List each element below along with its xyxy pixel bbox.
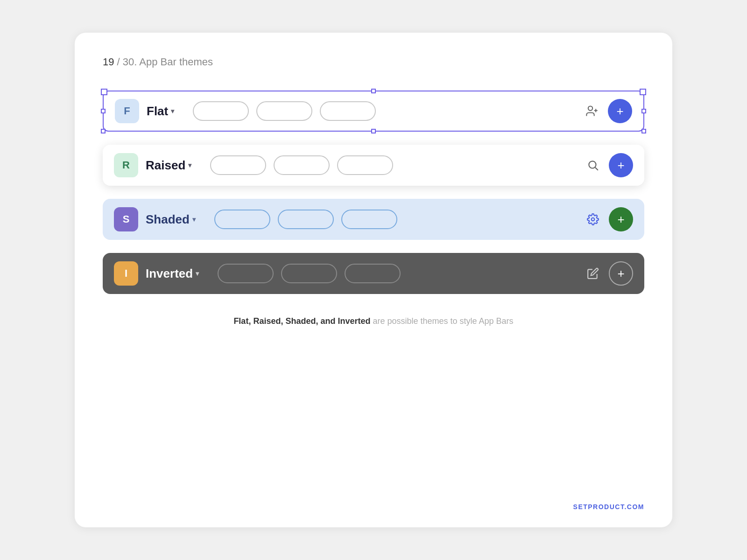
actions-raised: + xyxy=(585,153,633,177)
resize-handle-mt[interactable] xyxy=(371,89,376,93)
nav-pill-raised-3[interactable] xyxy=(337,155,393,175)
dropdown-arrow-raised[interactable]: ▾ xyxy=(188,161,191,169)
svg-point-0 xyxy=(588,106,592,111)
app-bar-raised: R Raised ▾ + xyxy=(103,145,644,186)
nav-pill-inverted-2[interactable] xyxy=(281,264,337,283)
avatar-inverted: I xyxy=(114,261,138,286)
svg-point-5 xyxy=(592,218,595,221)
app-bar-inverted: I Inverted ▾ + xyxy=(103,253,644,294)
settings-icon[interactable] xyxy=(585,211,601,228)
resize-handle-br[interactable] xyxy=(641,129,646,133)
add-button-flat[interactable]: + xyxy=(608,99,632,123)
avatar-raised: R xyxy=(114,153,138,177)
resize-handle-ml[interactable] xyxy=(101,109,106,113)
app-bar-shaded: S Shaded ▾ + xyxy=(103,199,644,240)
nav-pills-shaded xyxy=(214,210,585,229)
actions-shaded: + xyxy=(585,207,633,231)
add-button-raised[interactable]: + xyxy=(609,153,633,177)
nav-pill-raised-2[interactable] xyxy=(274,155,330,175)
footer-text: Flat, Raised, Shaded, and Inverted are p… xyxy=(103,316,644,326)
nav-pills-raised xyxy=(210,155,585,175)
nav-pill-inverted-1[interactable] xyxy=(218,264,274,283)
main-card: 19 / 30. App Bar themes F Flat ▾ xyxy=(75,33,672,527)
nav-pill-shaded-2[interactable] xyxy=(278,210,334,229)
nav-pill-shaded-3[interactable] xyxy=(341,210,397,229)
app-bar-flat: F Flat ▾ + xyxy=(103,91,644,132)
nav-pill-raised-1[interactable] xyxy=(210,155,266,175)
avatar-flat: F xyxy=(115,99,139,123)
bar-title-raised: Raised ▾ xyxy=(146,158,191,173)
avatar-shaded: S xyxy=(114,207,138,231)
nav-pills-flat xyxy=(193,101,584,121)
bar-title-shaded: Shaded ▾ xyxy=(146,212,196,227)
resize-handle-bl[interactable] xyxy=(101,129,106,133)
nav-pill-flat-2[interactable] xyxy=(256,101,312,121)
nav-pill-flat-1[interactable] xyxy=(193,101,249,121)
add-button-inverted[interactable]: + xyxy=(609,261,633,286)
search-icon[interactable] xyxy=(585,157,601,174)
bar-title-inverted: Inverted ▾ xyxy=(146,266,199,281)
branding: SETPRODUCT.COM xyxy=(573,503,644,511)
svg-point-3 xyxy=(589,161,596,168)
resize-handle-mb[interactable] xyxy=(371,129,376,133)
svg-line-4 xyxy=(595,168,598,170)
dropdown-arrow-flat[interactable]: ▾ xyxy=(171,107,174,115)
resize-handle-mr[interactable] xyxy=(641,109,646,113)
actions-flat: + xyxy=(584,99,632,123)
bar-title-flat: Flat ▾ xyxy=(147,104,174,119)
nav-pill-flat-3[interactable] xyxy=(320,101,376,121)
add-button-shaded[interactable]: + xyxy=(609,207,633,231)
nav-pill-shaded-1[interactable] xyxy=(214,210,270,229)
person-add-icon[interactable] xyxy=(584,103,600,119)
dropdown-arrow-shaded[interactable]: ▾ xyxy=(192,216,196,223)
page-title: 19 / 30. App Bar themes xyxy=(103,56,644,68)
edit-icon[interactable] xyxy=(585,265,601,282)
actions-inverted: + xyxy=(585,261,633,286)
nav-pills-inverted xyxy=(218,264,585,283)
nav-pill-inverted-3[interactable] xyxy=(345,264,401,283)
dropdown-arrow-inverted[interactable]: ▾ xyxy=(196,270,199,277)
